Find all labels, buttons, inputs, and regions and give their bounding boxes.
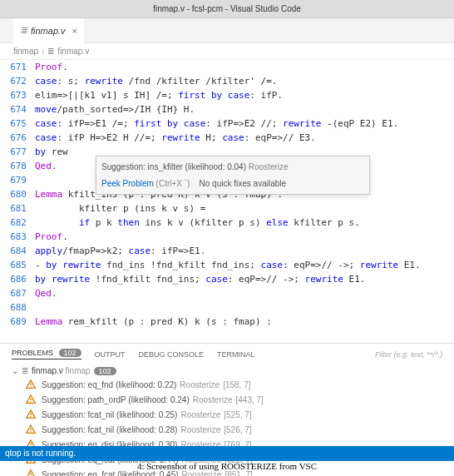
code-line[interactable]: 684apply/fmapP=>k2; case: ifP=>E1.: [0, 244, 454, 258]
line-number: 673: [0, 88, 35, 102]
code[interactable]: - by rewrite fnd_ins !fnd_kfilt fnd_ins;…: [35, 258, 454, 272]
code[interactable]: [35, 300, 454, 315]
code-line[interactable]: 673elim=>[|[k1 v1] s IH] /=; first by ca…: [0, 88, 454, 102]
editor-tab-finmap[interactable]: ≣ finmap.v ×: [13, 18, 84, 43]
line-number: 687: [0, 286, 35, 300]
svg-point-3: [30, 401, 31, 402]
status-bar[interactable]: qtop is not running.: [0, 446, 454, 461]
line-number: 677: [0, 145, 35, 159]
code[interactable]: Proof.: [35, 230, 454, 244]
breadcrumb[interactable]: finmap › ≣ finmap.v: [0, 43, 454, 60]
code[interactable]: Qed.: [35, 286, 454, 300]
breadcrumb-file[interactable]: finmap.v: [57, 47, 89, 56]
code[interactable]: move/path_sorted=>/IH {IH} H.: [35, 102, 454, 117]
hover-source: Roosterize: [249, 162, 289, 171]
line-number: 680: [0, 187, 35, 201]
code-line[interactable]: 685- by rewrite fnd_ins !fnd_kfilt fnd_i…: [0, 258, 454, 272]
tab-problems[interactable]: PROBLEMS 102: [12, 349, 81, 359]
problems-count-badge: 102: [59, 349, 81, 357]
window-title: finmap.v - fcsl-pcm - Visual Studio Code: [0, 0, 454, 18]
line-number: 685: [0, 258, 35, 272]
line-number: 675: [0, 117, 35, 131]
problem-source: Roosterize: [180, 410, 220, 419]
code-line[interactable]: 672case: s; rewrite /fnd /kfilter /kfilt…: [0, 74, 454, 88]
code-line[interactable]: 681 kfilter p (ins k v s) =: [0, 201, 454, 216]
code-line[interactable]: 671Proof.: [0, 60, 454, 74]
tab-debug-console[interactable]: DEBUG CONSOLE: [139, 350, 205, 359]
line-number: 684: [0, 244, 35, 258]
code[interactable]: Lemma rem_kfilt (p : pred K) k (s : fmap…: [35, 315, 454, 329]
panel-tabs: PROBLEMS 102 OUTPUT DEBUG CONSOLE TERMIN…: [0, 343, 454, 364]
code[interactable]: case: ifP=>E1 /=; first by case: ifP=>E2…: [35, 117, 454, 131]
code[interactable]: kfilter p (ins k v s) =: [35, 201, 454, 216]
file-problem-count-badge: 102: [94, 367, 116, 375]
tab-terminal[interactable]: TERMINAL: [217, 350, 255, 359]
breadcrumb-folder[interactable]: finmap: [13, 47, 38, 56]
problem-item[interactable]: Suggestion: fcat_nil (likelihood: 0.28)R…: [25, 422, 454, 437]
line-number: 682: [0, 216, 35, 230]
line-number: 678: [0, 159, 35, 173]
problem-item[interactable]: Suggestion: eq_fnd (likelihood: 0.22)Roo…: [25, 377, 454, 392]
hover-message: Suggestion: ins_kfilter (likelihood: 0.0…: [101, 162, 246, 171]
hover-tooltip: Suggestion: ins_kfilter (likelihood: 0.0…: [96, 156, 370, 195]
problem-location: [443, 7]: [236, 395, 264, 404]
file-icon: ≣: [20, 25, 27, 36]
svg-point-5: [30, 416, 31, 417]
code-line[interactable]: 686by rewrite !fnd_kfilt fnd_ins; case: …: [0, 272, 454, 286]
code[interactable]: case: s; rewrite /fnd /kfilter /kfilter'…: [35, 74, 454, 88]
tab-bar: ≣ finmap.v ×: [0, 18, 454, 43]
close-icon[interactable]: ×: [72, 26, 77, 36]
peek-problem-link[interactable]: Peek Problem: [101, 179, 154, 188]
code-line[interactable]: 688: [0, 300, 454, 315]
problem-item[interactable]: Suggestion: fcat_nil (likelihood: 0.25)R…: [25, 407, 454, 422]
line-number: 683: [0, 230, 35, 244]
problem-message: Suggestion: path_ordP (likelihood: 0.24): [42, 395, 190, 404]
code[interactable]: case: ifP H=>E2 H //=; rewrite H; case: …: [35, 131, 454, 145]
filter-input[interactable]: Filter (e.g. text, **/*.): [375, 350, 442, 359]
editor[interactable]: Suggestion: ins_kfilter (likelihood: 0.0…: [0, 60, 454, 343]
tab-label: finmap.v: [31, 26, 66, 36]
hover-nofix: No quick fixes available: [200, 179, 287, 188]
file-icon: ≣: [22, 366, 28, 375]
problem-source: Roosterize: [180, 380, 220, 389]
problem-item[interactable]: Suggestion: path_ordP (likelihood: 0.24)…: [25, 392, 454, 407]
tab-problems-label: PROBLEMS: [12, 349, 53, 357]
code-line[interactable]: 689Lemma rem_kfilt (p : pred K) k (s : f…: [0, 315, 454, 329]
tab-output[interactable]: OUTPUT: [95, 350, 126, 359]
warning-icon: [25, 424, 37, 435]
problems-file-path: finmap: [66, 366, 91, 375]
code-line[interactable]: 683Proof.: [0, 230, 454, 244]
chevron-right-icon: ›: [42, 47, 44, 56]
problem-message: Suggestion: fcat_nil (likelihood: 0.25): [42, 410, 177, 419]
line-number: 676: [0, 131, 35, 145]
hover-shortcut: (Ctrl+X `): [156, 179, 190, 188]
code-line[interactable]: 682 if p k then ins k v (kfilter p s) el…: [0, 216, 454, 230]
line-number: 672: [0, 74, 35, 88]
line-number: 679: [0, 173, 35, 187]
code[interactable]: if p k then ins k v (kfilter p s) else k…: [35, 216, 454, 230]
problems-file-header[interactable]: ⌄ ≣ finmap.v finmap 102: [0, 364, 454, 377]
warning-icon: [25, 409, 37, 420]
status-message: qtop is not running.: [5, 449, 76, 458]
warning-icon: [25, 379, 37, 390]
file-icon: ≣: [47, 47, 54, 56]
code[interactable]: Proof.: [35, 60, 454, 74]
line-number: 681: [0, 201, 35, 216]
line-number: 688: [0, 300, 35, 315]
code[interactable]: by rewrite !fnd_kfilt fnd_ins; case: eqP…: [35, 272, 454, 286]
code[interactable]: apply/fmapP=>k2; case: ifP=>E1.: [35, 244, 454, 258]
code-line[interactable]: 674move/path_sorted=>/IH {IH} H.: [0, 102, 454, 117]
chevron-down-icon: ⌄: [12, 366, 18, 375]
code-line[interactable]: 675case: ifP=>E1 /=; first by case: ifP=…: [0, 117, 454, 131]
figure-caption: 4: Screenshot of using ROOSTERIZE from V…: [0, 461, 454, 476]
problem-source: Roosterize: [193, 395, 233, 404]
problem-message: Suggestion: eq_fnd (likelihood: 0.22): [42, 380, 176, 389]
code-line[interactable]: 687Qed.: [0, 286, 454, 300]
problem-message: Suggestion: fcat_nil (likelihood: 0.28): [42, 425, 177, 434]
code[interactable]: elim=>[|[k1 v1] s IH] /=; first by case:…: [35, 88, 454, 102]
line-number: 674: [0, 102, 35, 117]
code-line[interactable]: 676case: ifP H=>E2 H //=; rewrite H; cas…: [0, 131, 454, 145]
problem-source: Roosterize: [180, 425, 220, 434]
line-number: 671: [0, 60, 35, 74]
problem-location: [526, 7]: [224, 425, 251, 434]
